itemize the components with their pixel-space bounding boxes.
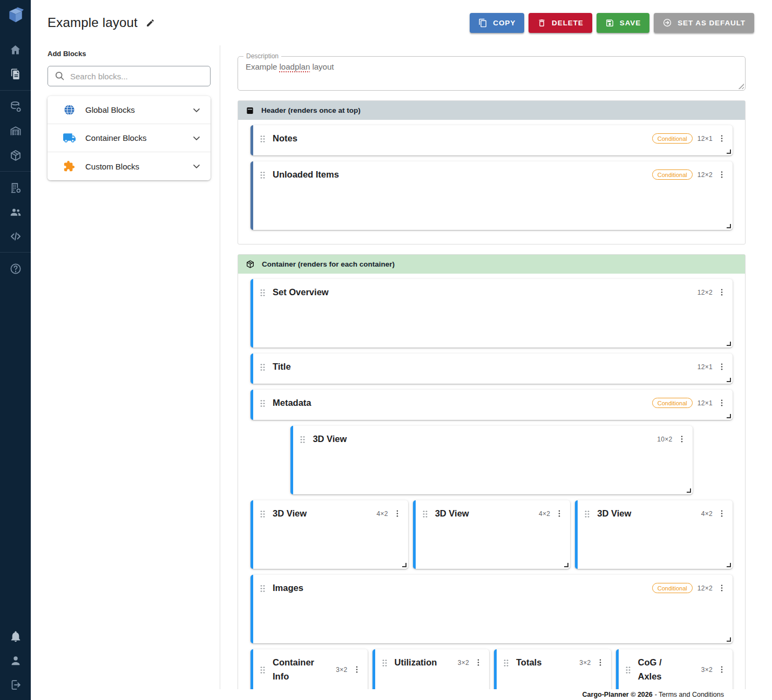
data-settings-icon[interactable] (0, 94, 31, 119)
block-card[interactable]: NotesConditional12×1 (250, 125, 733, 155)
drag-handle-icon[interactable] (260, 288, 266, 296)
chevron-down-icon (191, 161, 202, 172)
resize-handle[interactable] (727, 224, 731, 228)
code-icon[interactable] (0, 224, 31, 248)
users-icon[interactable] (0, 200, 31, 224)
section-container: Container (renders for each container)Se… (238, 254, 746, 700)
section-header: Header (renders once at top)NotesConditi… (238, 100, 746, 244)
block-menu-button[interactable] (717, 665, 726, 674)
block-menu-button[interactable] (717, 170, 726, 179)
resize-handle[interactable] (727, 637, 731, 642)
notifications-icon[interactable] (0, 624, 31, 648)
package-icon[interactable] (0, 143, 31, 167)
truck-icon (62, 131, 76, 145)
block-size: 4×2 (376, 510, 388, 518)
block-card[interactable]: ImagesConditional12×2 (250, 575, 733, 643)
block-title: Container Info (273, 656, 313, 683)
drag-handle-icon[interactable] (260, 171, 266, 179)
logout-icon[interactable] (0, 672, 31, 697)
resize-handle[interactable] (687, 488, 691, 493)
block-menu-button[interactable] (717, 288, 726, 297)
resize-handle[interactable] (727, 149, 731, 154)
puzzle-icon (62, 160, 76, 172)
drag-handle-icon[interactable] (260, 134, 266, 142)
group-custom-blocks[interactable]: Custom Blocks (48, 152, 211, 180)
topbar: Example layout COPY DELETE SAVE SET AS D… (31, 0, 772, 45)
copy-button[interactable]: COPY (470, 13, 524, 33)
set-as-default-button[interactable]: SET AS DEFAULT (654, 13, 754, 33)
block-menu-button[interactable] (717, 398, 726, 407)
block-menu-button[interactable] (353, 665, 361, 674)
resize-handle[interactable] (727, 378, 731, 382)
drag-handle-icon[interactable] (260, 399, 266, 407)
block-size: 4×2 (701, 510, 713, 518)
block-title: Set Overview (273, 286, 329, 300)
drag-handle-icon[interactable] (422, 509, 428, 518)
block-card[interactable]: MetadataConditional12×1 (250, 390, 733, 420)
drag-handle-icon[interactable] (625, 665, 631, 674)
resize-handle[interactable] (727, 342, 731, 346)
block-menu-button[interactable] (393, 509, 402, 518)
block-card[interactable]: 3D View10×2 (290, 426, 692, 494)
block-menu-button[interactable] (474, 658, 483, 667)
save-button[interactable]: SAVE (597, 13, 649, 33)
group-container-blocks[interactable]: Container Blocks (48, 124, 211, 152)
resize-handle[interactable] (727, 563, 731, 567)
resize-handle[interactable] (564, 563, 568, 567)
block-row: 3D View10×2 (250, 426, 733, 494)
conditional-badge: Conditional (652, 133, 693, 144)
divider (0, 171, 31, 172)
block-card[interactable]: 3D View4×2 (250, 500, 408, 569)
block-card[interactable]: Set Overview12×2 (250, 279, 733, 348)
app-logo[interactable] (6, 6, 25, 27)
block-row: Unloaded ItemsConditional12×2 (250, 161, 733, 230)
conditional-badge: Conditional (652, 398, 693, 408)
drag-handle-icon[interactable] (300, 435, 306, 443)
delete-button[interactable]: DELETE (529, 13, 592, 33)
block-menu-button[interactable] (678, 434, 686, 444)
search-blocks-input[interactable] (48, 66, 211, 86)
block-menu-button[interactable] (555, 509, 564, 518)
terms-link[interactable]: - Terms and Conditions (655, 691, 724, 698)
block-menu-button[interactable] (717, 583, 726, 593)
block-size: 12×1 (697, 363, 713, 371)
block-card[interactable]: 3D View4×2 (575, 500, 733, 569)
block-card[interactable]: Title12×1 (250, 354, 733, 384)
copy-icon (478, 18, 487, 28)
package-icon (246, 260, 255, 269)
drag-handle-icon[interactable] (584, 509, 590, 518)
chevron-down-icon (191, 105, 202, 115)
block-menu-button[interactable] (717, 362, 726, 371)
drag-handle-icon[interactable] (260, 509, 266, 518)
drag-handle-icon[interactable] (260, 584, 266, 592)
drag-handle-icon[interactable] (260, 665, 266, 674)
resize-handle[interactable] (727, 414, 731, 418)
block-title: Totals (516, 656, 541, 670)
documents-icon[interactable] (0, 62, 31, 86)
block-size: 3×2 (701, 666, 713, 674)
description-input[interactable]: Description Example loadplan layout (238, 56, 746, 91)
home-icon[interactable] (0, 38, 31, 62)
block-menu-button[interactable] (596, 658, 605, 667)
account-icon[interactable] (0, 648, 31, 672)
section-header-bar: Header (renders once at top) (238, 101, 745, 120)
block-title: Metadata (273, 396, 311, 410)
block-menu-button[interactable] (717, 509, 726, 518)
group-global-blocks[interactable]: Global Blocks (48, 96, 211, 124)
resize-handle[interactable] (402, 563, 407, 567)
block-card[interactable]: Unloaded ItemsConditional12×2 (250, 161, 733, 230)
textarea-resize-handle[interactable] (738, 83, 744, 89)
edit-title-icon[interactable] (146, 18, 155, 28)
block-row: NotesConditional12×1 (250, 125, 733, 155)
block-size: 12×2 (697, 171, 713, 179)
block-title: Images (273, 581, 303, 595)
help-icon[interactable] (0, 256, 31, 281)
drag-handle-icon[interactable] (382, 658, 388, 667)
block-card[interactable]: 3D View4×2 (413, 500, 571, 569)
drag-handle-icon[interactable] (260, 363, 266, 371)
warehouse-icon[interactable] (0, 119, 31, 143)
block-menu-button[interactable] (717, 134, 726, 143)
block-title: Title (273, 360, 291, 374)
drag-handle-icon[interactable] (503, 658, 509, 667)
company-settings-icon[interactable] (0, 175, 31, 200)
